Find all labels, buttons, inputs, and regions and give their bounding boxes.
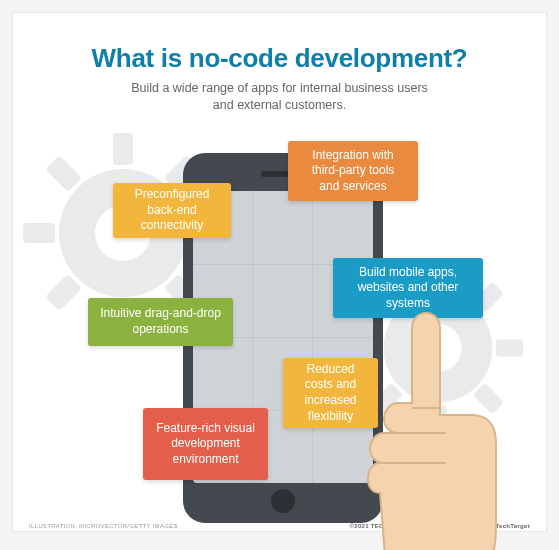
infographic-frame: What is no-code development? Build a wid… xyxy=(12,12,547,532)
callout-integration: Integration with third-party tools and s… xyxy=(288,141,418,201)
subtitle: Build a wide range of apps for internal … xyxy=(120,80,440,114)
callout-backend: Preconfigured back-end connectivity xyxy=(113,183,231,238)
header: What is no-code development? Build a wid… xyxy=(13,13,546,124)
svg-rect-6 xyxy=(45,274,82,311)
title: What is no-code development? xyxy=(53,43,506,74)
callout-intuitive: Intuitive drag-and-drop operations xyxy=(88,298,233,346)
svg-rect-3 xyxy=(23,223,55,243)
svg-rect-1 xyxy=(113,133,133,165)
pointing-hand-icon xyxy=(336,303,516,550)
footer-credit-left: ILLUSTRATION: MICROVECTOR/GETTY IMAGES xyxy=(29,523,178,529)
diagram-stage: Integration with third-party tools and s… xyxy=(13,113,546,533)
svg-rect-7 xyxy=(45,155,82,192)
callout-feature: Feature-rich visual development environm… xyxy=(143,408,268,480)
